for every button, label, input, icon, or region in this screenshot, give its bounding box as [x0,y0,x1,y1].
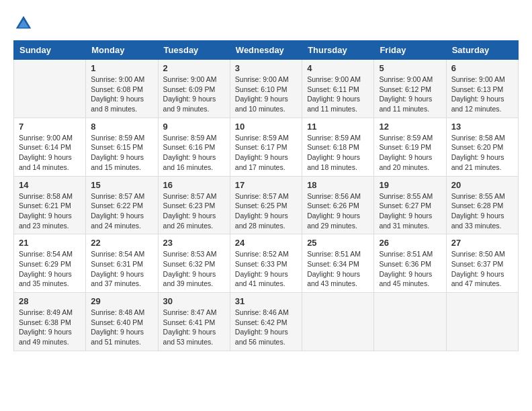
calendar-cell: 31Sunrise: 8:46 AMSunset: 6:42 PMDayligh… [230,293,302,351]
day-info: Sunrise: 8:49 AMSunset: 6:38 PMDaylight:… [19,308,81,347]
day-info: Sunrise: 9:00 AMSunset: 6:09 PMDaylight:… [163,75,225,114]
day-number: 23 [163,238,225,248]
day-info: Sunrise: 8:58 AMSunset: 6:20 PMDaylight:… [451,133,513,173]
calendar-header-row: SundayMondayTuesdayWednesdayThursdayFrid… [14,41,519,60]
header-tuesday: Tuesday [158,41,230,60]
day-info: Sunrise: 8:57 AMSunset: 6:22 PMDaylight:… [91,191,152,231]
calendar-cell: 2Sunrise: 9:00 AMSunset: 6:09 PMDaylight… [158,60,230,118]
day-info: Sunrise: 8:57 AMSunset: 6:25 PMDaylight:… [235,191,297,231]
logo [13,13,36,34]
day-number: 12 [379,122,441,132]
calendar-week-row: 7Sunrise: 9:00 AMSunset: 6:14 PMDaylight… [14,118,519,176]
day-number: 28 [19,296,81,306]
day-info: Sunrise: 8:55 AMSunset: 6:27 PMDaylight:… [379,191,441,231]
day-info: Sunrise: 8:54 AMSunset: 6:31 PMDaylight:… [91,249,152,289]
day-info: Sunrise: 9:00 AMSunset: 6:10 PMDaylight:… [235,75,297,114]
calendar-cell: 14Sunrise: 8:58 AMSunset: 6:21 PMDayligh… [14,176,86,234]
day-number: 8 [91,122,152,132]
calendar-cell [374,293,446,351]
day-number: 5 [379,63,441,73]
day-info: Sunrise: 8:58 AMSunset: 6:21 PMDaylight:… [19,191,81,231]
calendar-week-row: 14Sunrise: 8:58 AMSunset: 6:21 PMDayligh… [14,176,519,234]
day-number: 18 [307,180,369,190]
calendar-cell: 23Sunrise: 8:53 AMSunset: 6:32 PMDayligh… [158,234,230,293]
day-number: 17 [235,180,297,190]
calendar-cell: 21Sunrise: 8:54 AMSunset: 6:29 PMDayligh… [14,234,86,293]
day-info: Sunrise: 9:00 AMSunset: 6:12 PMDaylight:… [379,75,441,114]
day-number: 15 [91,180,152,190]
day-info: Sunrise: 8:59 AMSunset: 6:15 PMDaylight:… [91,133,152,173]
header-monday: Monday [86,41,158,60]
calendar-cell: 6Sunrise: 9:00 AMSunset: 6:13 PMDaylight… [446,60,518,118]
calendar-cell: 18Sunrise: 8:56 AMSunset: 6:26 PMDayligh… [302,176,374,234]
calendar-week-row: 1Sunrise: 9:00 AMSunset: 6:08 PMDaylight… [14,60,519,118]
calendar-cell: 28Sunrise: 8:49 AMSunset: 6:38 PMDayligh… [14,293,86,351]
calendar-cell: 11Sunrise: 8:59 AMSunset: 6:18 PMDayligh… [302,118,374,176]
day-info: Sunrise: 8:59 AMSunset: 6:18 PMDaylight:… [307,133,369,173]
calendar-week-row: 28Sunrise: 8:49 AMSunset: 6:38 PMDayligh… [14,293,519,351]
calendar-cell: 24Sunrise: 8:52 AMSunset: 6:33 PMDayligh… [230,234,302,293]
calendar-cell: 1Sunrise: 9:00 AMSunset: 6:08 PMDaylight… [86,60,158,118]
logo-icon [13,13,34,34]
day-number: 20 [451,180,513,190]
header-wednesday: Wednesday [230,41,302,60]
page-header [13,13,519,34]
day-number: 19 [379,180,441,190]
calendar-cell: 9Sunrise: 8:59 AMSunset: 6:16 PMDaylight… [158,118,230,176]
day-number: 6 [451,63,513,73]
header-sunday: Sunday [14,41,86,60]
calendar-table: SundayMondayTuesdayWednesdayThursdayFrid… [13,40,519,351]
day-number: 21 [19,238,81,248]
calendar-cell: 25Sunrise: 8:51 AMSunset: 6:34 PMDayligh… [302,234,374,293]
day-number: 13 [451,122,513,132]
calendar-cell: 17Sunrise: 8:57 AMSunset: 6:25 PMDayligh… [230,176,302,234]
calendar-cell: 19Sunrise: 8:55 AMSunset: 6:27 PMDayligh… [374,176,446,234]
calendar-cell: 13Sunrise: 8:58 AMSunset: 6:20 PMDayligh… [446,118,518,176]
calendar-cell: 22Sunrise: 8:54 AMSunset: 6:31 PMDayligh… [86,234,158,293]
day-info: Sunrise: 8:59 AMSunset: 6:19 PMDaylight:… [379,133,441,173]
calendar-cell: 27Sunrise: 8:50 AMSunset: 6:37 PMDayligh… [446,234,518,293]
day-info: Sunrise: 8:59 AMSunset: 6:17 PMDaylight:… [235,133,297,173]
day-info: Sunrise: 8:54 AMSunset: 6:29 PMDaylight:… [19,249,81,289]
day-number: 30 [163,296,225,306]
day-number: 2 [163,63,225,73]
calendar-cell [302,293,374,351]
day-number: 11 [307,122,369,132]
header-saturday: Saturday [446,41,518,60]
calendar-cell: 15Sunrise: 8:57 AMSunset: 6:22 PMDayligh… [86,176,158,234]
calendar-cell: 10Sunrise: 8:59 AMSunset: 6:17 PMDayligh… [230,118,302,176]
day-info: Sunrise: 9:00 AMSunset: 6:08 PMDaylight:… [91,75,152,114]
day-info: Sunrise: 8:53 AMSunset: 6:32 PMDaylight:… [163,249,225,289]
calendar-cell: 5Sunrise: 9:00 AMSunset: 6:12 PMDaylight… [374,60,446,118]
calendar-cell: 8Sunrise: 8:59 AMSunset: 6:15 PMDaylight… [86,118,158,176]
day-info: Sunrise: 8:51 AMSunset: 6:34 PMDaylight:… [307,249,369,289]
day-number: 4 [307,63,369,73]
calendar-cell: 4Sunrise: 9:00 AMSunset: 6:11 PMDaylight… [302,60,374,118]
day-info: Sunrise: 9:00 AMSunset: 6:11 PMDaylight:… [307,75,369,114]
day-number: 14 [19,180,81,190]
day-info: Sunrise: 8:52 AMSunset: 6:33 PMDaylight:… [235,249,297,289]
day-info: Sunrise: 8:57 AMSunset: 6:23 PMDaylight:… [163,191,225,231]
day-number: 7 [19,122,81,132]
day-number: 22 [91,238,152,248]
calendar-cell [14,60,86,118]
day-number: 3 [235,63,297,73]
calendar-cell: 29Sunrise: 8:48 AMSunset: 6:40 PMDayligh… [86,293,158,351]
header-friday: Friday [374,41,446,60]
day-number: 1 [91,63,152,73]
calendar-cell: 30Sunrise: 8:47 AMSunset: 6:41 PMDayligh… [158,293,230,351]
day-info: Sunrise: 8:55 AMSunset: 6:28 PMDaylight:… [451,191,513,231]
day-info: Sunrise: 8:48 AMSunset: 6:40 PMDaylight:… [91,308,152,347]
day-info: Sunrise: 8:47 AMSunset: 6:41 PMDaylight:… [163,308,225,347]
calendar-cell: 7Sunrise: 9:00 AMSunset: 6:14 PMDaylight… [14,118,86,176]
day-number: 31 [235,296,297,306]
day-number: 24 [235,238,297,248]
header-thursday: Thursday [302,41,374,60]
day-number: 16 [163,180,225,190]
calendar-cell: 16Sunrise: 8:57 AMSunset: 6:23 PMDayligh… [158,176,230,234]
day-info: Sunrise: 9:00 AMSunset: 6:14 PMDaylight:… [19,133,81,173]
calendar-week-row: 21Sunrise: 8:54 AMSunset: 6:29 PMDayligh… [14,234,519,293]
day-number: 9 [163,122,225,132]
calendar-cell: 12Sunrise: 8:59 AMSunset: 6:19 PMDayligh… [374,118,446,176]
day-info: Sunrise: 8:46 AMSunset: 6:42 PMDaylight:… [235,308,297,347]
